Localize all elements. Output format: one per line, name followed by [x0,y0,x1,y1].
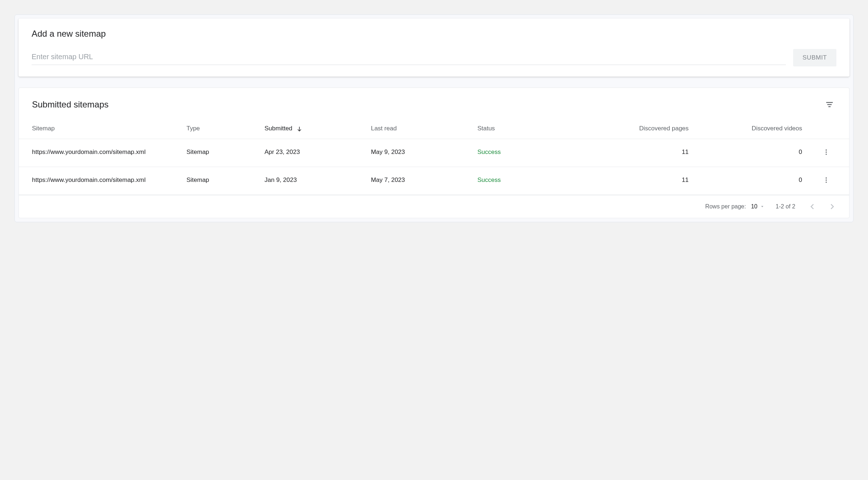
svg-point-8 [826,180,827,181]
rows-per-page-value: 10 [751,203,758,210]
sitemap-url-input[interactable] [32,50,786,65]
sitemaps-table: Sitemap Type Submitted Last read Status … [19,118,849,195]
col-header-type[interactable]: Type [182,118,260,139]
col-header-status[interactable]: Status [473,118,580,139]
prev-page-button[interactable] [806,200,819,213]
add-sitemap-card: Add a new sitemap SUBMIT [19,19,849,77]
svg-rect-1 [827,104,832,105]
svg-point-7 [826,178,827,179]
cell-videos: 0 [693,167,806,195]
submitted-sitemaps-title: Submitted sitemaps [32,99,109,110]
cell-sitemap: https://www.yourdomain.com/sitemap.xml [19,167,182,195]
page-container: Add a new sitemap SUBMIT Submitted sitem… [15,15,853,222]
chevron-left-icon [808,203,816,211]
chevron-right-icon [828,203,836,211]
svg-rect-0 [826,102,833,103]
cell-status: Success [473,167,580,195]
more-vert-icon [823,176,830,184]
table-row[interactable]: https://www.yourdomain.com/sitemap.xmlSi… [19,139,849,167]
col-header-pages[interactable]: Discovered pages [580,118,693,139]
svg-rect-2 [828,106,831,107]
cell-videos: 0 [693,139,806,167]
cell-submitted: Jan 9, 2023 [260,167,367,195]
col-header-submitted[interactable]: Submitted [260,118,367,139]
filter-icon [825,100,834,109]
table-row[interactable]: https://www.yourdomain.com/sitemap.xmlSi… [19,167,849,195]
svg-point-4 [826,150,827,151]
next-page-button[interactable] [826,200,838,213]
row-menu-button[interactable] [821,147,831,157]
svg-marker-10 [761,206,763,208]
cell-last-read: May 9, 2023 [367,139,473,167]
pagination-range: 1-2 of 2 [776,203,795,210]
rows-per-page-select[interactable]: 10 [751,203,765,210]
submitted-sitemaps-card: Submitted sitemaps Sitemap Type Submitte… [19,88,849,218]
cell-sitemap: https://www.yourdomain.com/sitemap.xml [19,139,182,167]
table-footer: Rows per page: 10 1-2 of 2 [19,195,849,218]
svg-point-6 [826,154,827,155]
col-header-videos[interactable]: Discovered videos [693,118,806,139]
svg-point-9 [826,182,827,183]
add-sitemap-title: Add a new sitemap [32,29,836,39]
caret-down-icon [760,204,765,209]
row-menu-button[interactable] [821,175,831,185]
col-header-submitted-label: Submitted [265,125,292,132]
cell-last-read: May 7, 2023 [367,167,473,195]
svg-point-5 [826,151,827,152]
submit-button[interactable]: SUBMIT [793,49,836,66]
arrow-down-icon [296,126,303,132]
cell-pages: 11 [580,167,693,195]
col-header-last-read[interactable]: Last read [367,118,473,139]
cell-type: Sitemap [182,139,260,167]
cell-status: Success [473,139,580,167]
col-header-sitemap[interactable]: Sitemap [19,118,182,139]
cell-type: Sitemap [182,167,260,195]
rows-per-page-label: Rows per page: [705,203,746,210]
more-vert-icon [823,149,830,156]
filter-button[interactable] [823,98,836,111]
cell-pages: 11 [580,139,693,167]
cell-submitted: Apr 23, 2023 [260,139,367,167]
